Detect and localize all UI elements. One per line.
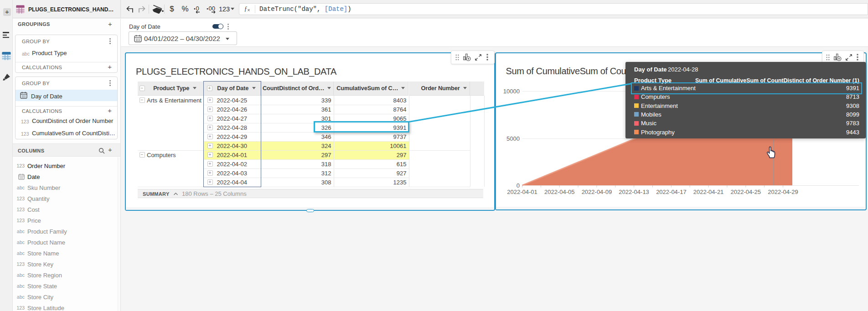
svg-text:0: 0 — [196, 5, 199, 12]
